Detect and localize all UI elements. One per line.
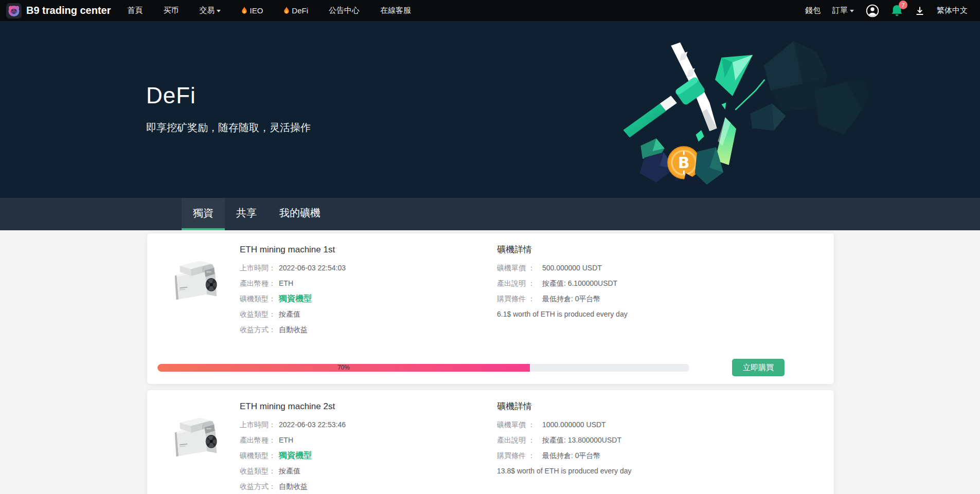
caret-down-icon — [217, 10, 221, 14]
svg-text:B: B — [678, 154, 689, 172]
field-machine-type: 礦機類型：獨資機型 — [240, 291, 497, 306]
nav-announcements[interactable]: 公告中心 — [329, 6, 360, 15]
navbar-right: 錢包 訂單 7 繁体中 — [805, 4, 968, 17]
nav-trade[interactable]: 交易 — [199, 6, 221, 15]
main-menu: 首頁 买币 交易 IEO DeFi 公告中心 在線客服 — [127, 6, 411, 15]
notification-badge: 7 — [899, 1, 907, 9]
bell-icon[interactable]: 7 — [891, 4, 903, 17]
brand-logo-icon[interactable] — [6, 3, 22, 19]
daily-output-note: 6.1$ worth of ETH is produced every day — [497, 306, 824, 322]
flame-icon — [283, 7, 290, 14]
details-heading: 礦機詳情 — [497, 401, 824, 412]
mining-machine-image — [157, 244, 240, 337]
tab-solo[interactable]: 獨資 — [182, 198, 225, 230]
detail-output-desc: 產出說明 ：按產值: 6.100000USDT — [497, 276, 824, 291]
machine-title: ETH mining machine 2st — [240, 401, 497, 412]
nav-orders[interactable]: 訂單 — [832, 6, 854, 15]
flame-icon — [241, 7, 247, 14]
mining-machine-image — [157, 400, 240, 494]
machine-title: ETH mining machine 1st — [240, 244, 497, 255]
detail-unit-price: 礦機單價 ：1000.000000 USDT — [497, 417, 824, 432]
language-switcher[interactable]: 繁体中文 — [937, 6, 968, 15]
daily-output-note: 13.8$ worth of ETH is produced every day — [497, 463, 824, 479]
hero-banner: DeFi 即享挖矿奖励，随存随取，灵活操作 — [0, 21, 980, 198]
buy-now-button[interactable]: 立即購買 — [732, 359, 785, 376]
field-output-coin: 產出幣種：ETH — [240, 276, 497, 291]
page-subtitle: 即享挖矿奖励，随存随取，灵活操作 — [146, 121, 311, 135]
nav-home[interactable]: 首頁 — [127, 6, 142, 15]
download-icon[interactable] — [915, 6, 925, 16]
field-income-method: 收益方式：自動收益 — [240, 322, 497, 337]
nav-defi[interactable]: DeFi — [283, 6, 308, 15]
detail-purchase-condition: 購買條件 ：最低持倉: 0平台幣 — [497, 448, 824, 463]
field-output-coin: 產出幣種：ETH — [240, 432, 497, 448]
detail-unit-price: 礦機單價 ：500.000000 USDT — [497, 260, 824, 276]
nav-support[interactable]: 在線客服 — [380, 6, 411, 15]
field-listing-time: 上市時間：2022-06-03 22:53:46 — [240, 417, 497, 432]
field-income-type: 收益類型：按產值 — [240, 463, 497, 479]
field-income-type: 收益類型：按產值 — [240, 306, 497, 322]
machine-list: ETH mining machine 1st 上市時間：2022-06-03 2… — [147, 233, 834, 494]
mining-illustration: B — [612, 35, 869, 187]
progress-fill: 70% — [157, 364, 530, 372]
nav-buy-coin[interactable]: 买币 — [163, 6, 179, 15]
user-avatar-icon[interactable] — [866, 4, 879, 17]
nav-wallet[interactable]: 錢包 — [805, 6, 821, 15]
brand-title[interactable]: B9 trading center — [26, 5, 111, 16]
tab-my-machines[interactable]: 我的礦機 — [268, 198, 332, 230]
progress-bar: 70% — [157, 364, 689, 372]
details-heading: 礦機詳情 — [497, 244, 824, 255]
mining-machine-card: ETH mining machine 2st 上市時間：2022-06-03 2… — [147, 390, 834, 494]
page-title: DeFi — [146, 83, 196, 108]
field-listing-time: 上市時間：2022-06-03 22:54:03 — [240, 260, 497, 276]
field-income-method: 收益方式：自動收益 — [240, 479, 497, 494]
progress-percent-label: 70% — [337, 364, 350, 371]
field-machine-type: 礦機類型：獨資機型 — [240, 448, 497, 463]
caret-down-icon — [850, 10, 854, 14]
tab-shared[interactable]: 共享 — [225, 198, 268, 230]
top-navbar: B9 trading center 首頁 买币 交易 IEO DeFi — [0, 0, 980, 21]
detail-purchase-condition: 購買條件 ：最低持倉: 0平台幣 — [497, 291, 824, 306]
nav-ieo[interactable]: IEO — [241, 6, 263, 15]
detail-output-desc: 產出說明 ：按產值: 13.800000USDT — [497, 432, 824, 448]
mining-tabs-bar: 獨資 共享 我的礦機 — [0, 198, 980, 230]
mining-machine-card: ETH mining machine 1st 上市時間：2022-06-03 2… — [147, 233, 834, 384]
